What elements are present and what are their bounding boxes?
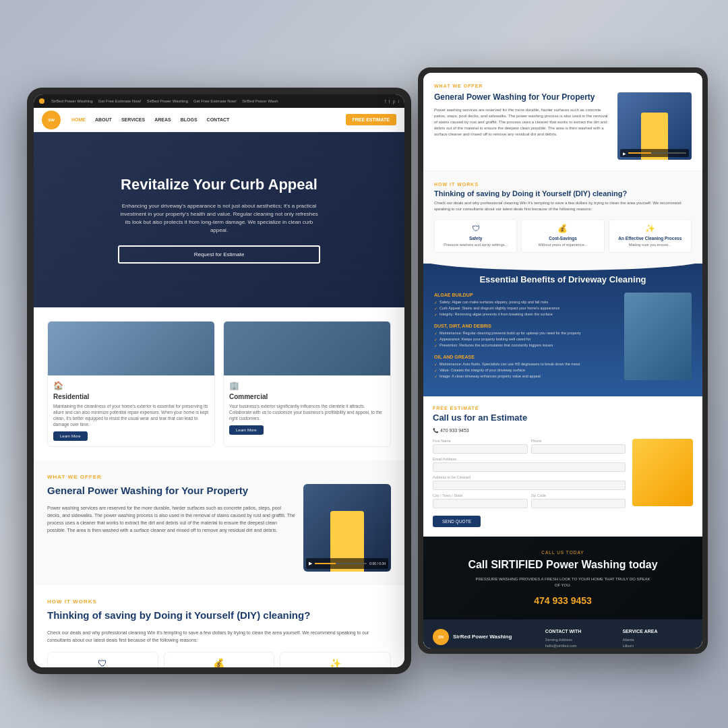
right-how-card-cost: 💰 Cost-Savings Without years of experien…: [521, 219, 604, 253]
top-nav-link-1[interactable]: SirBed Power Washing: [51, 99, 92, 103]
right-effective-icon: ✨: [613, 224, 687, 233]
right-offer-text: General Power Washing for Your Property …: [434, 92, 611, 160]
cta-description: PRESSURE WASHING PROVIDES A FRESH LOOK T…: [475, 576, 650, 588]
check-icon-1: ✓: [434, 300, 437, 305]
left-content: SirBed Power Washing Get Free Estimate N…: [34, 94, 404, 667]
right-progress-fill: [628, 152, 651, 154]
top-nav-link-3[interactable]: SirBed Power Washing: [147, 99, 188, 103]
residential-icon: 🏠: [53, 381, 209, 390]
how-it-works-title: Thinking of saving by Doing it Yourself …: [47, 609, 391, 622]
offer-title: General Power Washing for Your Property: [47, 484, 295, 497]
nav-services[interactable]: SERVICES: [121, 117, 145, 122]
right-safety-title: Safety: [439, 236, 512, 241]
facebook-icon[interactable]: f: [385, 99, 386, 104]
how-card-cost: 💰 Cost-Savings Without years of experien…: [164, 652, 275, 667]
dust-title: DUST, DIRT, AND DEBRIS: [434, 324, 617, 328]
footer-contact-1: Serving Address: [545, 638, 616, 642]
algae-item-3: ✓ Integrity: Removing algae prevents it …: [434, 312, 617, 317]
residential-desc: Maintaining the cleanliness of your home…: [53, 403, 209, 427]
instagram-icon[interactable]: i: [398, 99, 399, 104]
first-name-input[interactable]: [433, 444, 528, 454]
video-controls[interactable]: ▶ 0:00 / 0:34: [306, 558, 388, 569]
first-name-field: First Name: [433, 439, 528, 454]
phone-input[interactable]: [531, 444, 626, 454]
estimate-phone[interactable]: 📞 470 933 9453: [433, 428, 693, 433]
commercial-title: Commercial: [229, 393, 385, 400]
nav-contact[interactable]: CONTACT: [207, 117, 230, 122]
cta-phone[interactable]: 474 933 9453: [437, 595, 689, 606]
video-progress-bar[interactable]: [315, 563, 367, 564]
estimate-image: [632, 439, 693, 506]
free-estimate-button[interactable]: FREE ESTIMATE: [346, 114, 396, 125]
cta-section: CALL US TODAY Call SIRTIFIED Power Washi…: [423, 537, 702, 619]
video-progress-fill: [315, 563, 336, 564]
cost-icon: 💰: [170, 658, 269, 667]
algae-title: ALGAE BUILDUP: [434, 293, 617, 297]
right-offer-desc: Power washing services are reserved for …: [434, 107, 611, 138]
hero-cta-button[interactable]: Request for Estimate: [118, 245, 320, 264]
footer-contact-2[interactable]: hello@sirtified.com: [545, 644, 616, 648]
nav-areas[interactable]: AREAS: [154, 117, 171, 122]
top-nav-links: SirBed Power Washing Get Free Estimate N…: [51, 99, 378, 103]
footer-logo-circle: SW: [433, 629, 449, 645]
nav-about[interactable]: ABOUT: [95, 117, 112, 122]
name-phone-row: First Name Phone: [433, 439, 626, 457]
pinterest-icon[interactable]: p: [393, 99, 396, 104]
commercial-learn-more[interactable]: Learn More: [229, 425, 264, 435]
residential-learn-more[interactable]: Learn More: [53, 431, 88, 441]
right-progress-bar: [628, 152, 686, 154]
right-play-icon[interactable]: ▶: [623, 151, 626, 156]
offer-text: General Power Washing for Your Property …: [47, 484, 295, 572]
offer-row: General Power Washing for Your Property …: [47, 484, 391, 572]
play-button-icon[interactable]: ▶: [309, 561, 312, 566]
right-content: WHAT WE OFFER General Power Washing for …: [423, 73, 702, 648]
tablet-left-screen: SirBed Power Washing Get Free Estimate N…: [34, 94, 404, 667]
footer-contact-col: CONTACT WITH Serving Address hello@sirti…: [545, 629, 616, 648]
right-how-label: HOW IT WORKS: [434, 182, 692, 187]
tablet-left: SirBed Power Washing Get Free Estimate N…: [27, 88, 411, 674]
email-input[interactable]: [433, 462, 626, 472]
video-controls-right[interactable]: ▶: [620, 149, 689, 157]
offer-video-thumbnail: ▶ 0:00 / 0:34: [303, 484, 391, 572]
logo: SW: [42, 111, 61, 129]
footer-service-2[interactable]: Lilburn: [622, 644, 693, 648]
benefits-image: [624, 293, 692, 380]
estimate-row: First Name Phone Email Address: [433, 439, 693, 527]
top-nav-link-2[interactable]: Get Free Estimate Now!: [98, 99, 141, 103]
address-field: Address to be Cleaned: [433, 475, 626, 490]
what-we-offer-section: WHAT WE OFFER General Power Washing for …: [34, 460, 404, 585]
address-label: Address to be Cleaned: [433, 475, 626, 479]
check-icon-7: ✓: [434, 362, 437, 367]
city-select[interactable]: [433, 499, 528, 508]
tablet-right: WHAT WE OFFER General Power Washing for …: [418, 67, 708, 654]
zip-input[interactable]: [531, 499, 626, 508]
right-cost-title: Cost-Savings: [526, 236, 599, 241]
top-nav-link-5[interactable]: SirBed Power Wash: [242, 99, 278, 103]
address-input[interactable]: [433, 481, 626, 490]
right-effective-text: Making sure you ensure...: [613, 243, 687, 248]
footer-section: SW SirRed Power Washing Enhancing your d…: [423, 619, 702, 648]
services-grid: 🏠 Residential Maintaining the cleanlines…: [47, 321, 391, 447]
submit-button[interactable]: SEND QUOTE: [433, 516, 481, 527]
effective-icon: ✨: [286, 658, 385, 667]
residential-image: [48, 322, 214, 375]
residential-title: Residential: [53, 393, 209, 400]
zip-label: Zip Code: [531, 493, 626, 497]
cta-title: Call SIRTIFIED Power Washing today: [437, 559, 689, 571]
top-nav-link-4[interactable]: Get Free Estimate Now!: [193, 99, 237, 103]
email-label: Email Address: [433, 457, 626, 461]
benefit-group-algae: ALGAE BUILDUP ✓ Safety: Algae can make s…: [434, 293, 617, 317]
video-time: 0:00 / 0:34: [369, 562, 386, 566]
nav-blogs[interactable]: BLOGS: [181, 117, 198, 122]
benefits-title: Essential Benefits of Driveway Cleaning: [434, 274, 692, 284]
top-nav-bar: SirBed Power Washing Get Free Estimate N…: [34, 94, 404, 108]
check-icon-2: ✓: [434, 306, 437, 311]
algae-item-2: ✓ Curb Appeal: Stains and disgrunt sligh…: [434, 306, 617, 311]
footer-service-1[interactable]: Atlanta: [622, 638, 693, 642]
what-we-offer-label: WHAT WE OFFER: [47, 474, 391, 480]
nav-home[interactable]: HOME: [71, 117, 86, 122]
footer-service-title: SERVICE AREA: [622, 629, 693, 634]
hero-section: Revitalize Your Curb Appeal Enhancing yo…: [34, 132, 404, 307]
twitter-icon[interactable]: t: [389, 99, 390, 104]
first-name-label: First Name: [433, 439, 528, 443]
